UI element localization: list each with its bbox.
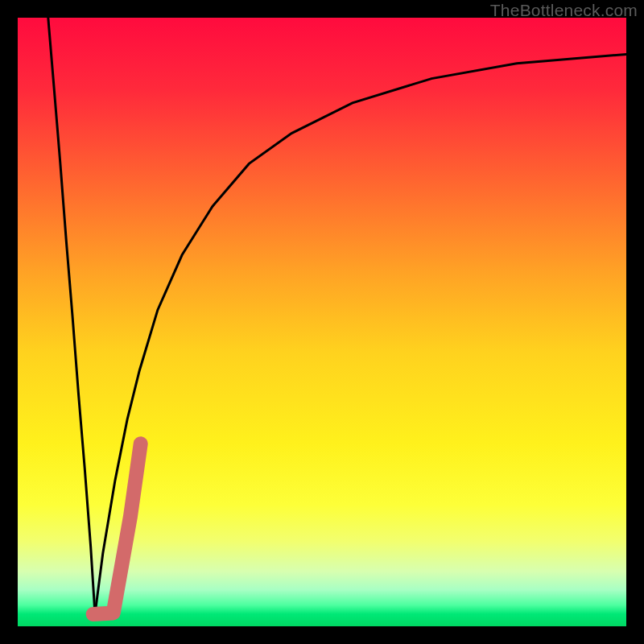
- chart-curves: [18, 18, 626, 626]
- chart-frame: TheBottleneck.com: [0, 0, 644, 644]
- series-right-curve: [95, 54, 626, 614]
- watermark-text: TheBottleneck.com: [490, 1, 638, 20]
- series-left-slope: [48, 18, 95, 614]
- plot-area: [18, 18, 626, 626]
